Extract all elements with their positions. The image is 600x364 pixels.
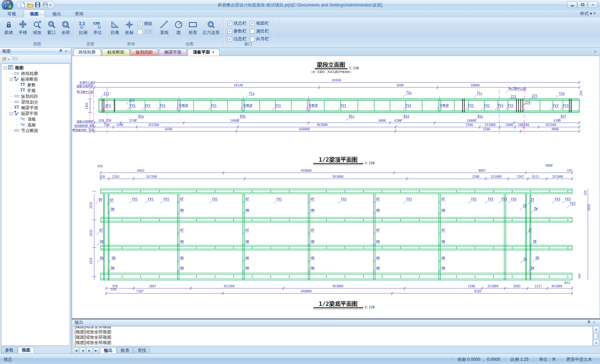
ribbon-group-label: 绘图 [156,41,224,47]
button-坐标[interactable]: 坐标 [122,19,136,36]
output-line: [视图]缩放全部视图 [73,326,592,329]
part-label: ZB [533,240,536,243]
button-窗口[interactable]: 窗口 [44,19,59,36]
dim-text: 2X1000 [552,175,563,178]
tree-item-纵肋间距[interactable]: 纵肋间距 [1,93,70,99]
tree-connector [10,102,13,102]
tree-item-梁段划分[interactable]: 梁段划分 [1,99,70,105]
ribbon-tab-输出[interactable]: 输出 [46,10,67,18]
tree-item-路线轮廓[interactable]: 路线轮廓 [1,71,70,76]
button-距离[interactable]: 距离 [108,19,122,36]
button-平移[interactable]: 平移 [16,19,30,36]
tree-item-参数[interactable]: 参数 [1,82,70,88]
dim-text: 43940 [332,79,341,82]
ribbon-tab-常规[interactable]: 常规 [1,10,22,18]
button-就绪[interactable]: 就绪 [1,19,16,36]
checkbox-box[interactable]: ✓ [228,29,232,34]
button-直线[interactable]: 直线 [157,19,171,36]
doc-tab-路线轮廓[interactable]: 路线轮廓 [73,49,101,56]
button-正六边形[interactable]: 正六边形 [200,19,222,36]
doc-tab-顶板平面[interactable]: 顶板平面× [188,49,220,56]
checkbox-box[interactable]: ✓ [228,21,232,26]
tree-item-节点断面[interactable]: 节点断面 [1,128,70,133]
checkbox-box[interactable] [138,30,142,34]
part-label: HW [376,208,380,212]
output-scrollbar[interactable]: ▲ ▼ [593,326,599,346]
dim-text: 2367 [517,175,524,178]
part-label: HT [441,197,445,201]
checkbox-label: 视图栏 [256,20,269,26]
output-log[interactable]: [视图]缩放全部视图[视图]缩放全部视图[视图]缩放全部视图[视图]缩放全部视图 [73,326,593,346]
maximize-button[interactable] [578,1,588,8]
dim-text: 2X1000 [485,123,496,127]
checkbox-box[interactable]: ✓ [250,21,255,26]
output-tab-检查[interactable]: 检查 [117,347,133,353]
output-line: [视图]缩放全部视图 [73,340,592,345]
part-label: N+2墩中心线 [509,87,526,90]
checkbox-视图栏[interactable]: ✓视图栏 [250,20,269,26]
drawing-title: 梁段立面图 [316,61,345,68]
close-icon[interactable]: × [63,49,69,53]
output-nav-button[interactable]: ◀ [80,348,86,353]
output-tab-输出[interactable]: 输出 [100,347,116,353]
dim-text: 4X8000 [301,289,312,293]
doc-tab-纵肋间距[interactable]: 纵肋间距 [130,49,158,56]
pin-icon[interactable] [586,320,591,325]
button-全部[interactable]: 全部 [59,19,73,36]
close-icon[interactable]: × [212,49,214,56]
style-dropdown[interactable]: 样式 ▾ ˄ [580,11,596,17]
checkbox-box[interactable] [250,29,255,34]
output-tab-查找[interactable]: 查找 [134,347,150,353]
minimize-button[interactable] [567,1,577,8]
tree-item-顶板[interactable]: 顶板 [1,116,70,122]
button-缩放[interactable]: 缩放 [30,19,44,36]
checkbox-box[interactable]: ✓ [228,37,232,41]
checkbox-属性栏[interactable]: 属性栏 [250,28,269,34]
doc-tab-标准断面[interactable]: 标准断面 [102,49,130,56]
hexagon-icon [206,20,216,29]
folder-icon[interactable] [12,56,18,61]
panel-tab-参数[interactable]: 参数 [1,347,18,353]
scroll-thumb[interactable] [594,333,599,339]
output-nav-button[interactable]: |◀ [73,348,79,353]
tree-item-底板[interactable]: 底板 [1,122,70,128]
doc-tab-钢梁平面[interactable]: 钢梁平面 [159,49,187,56]
ribbon-group-label: 视图 [0,41,74,47]
close-view-icon[interactable]: × [594,49,596,54]
panel-tab-视图[interactable]: 视图 [18,347,34,353]
button-单位[interactable]: cm单位 [90,19,105,36]
tree-item-视图[interactable]: −视图 [1,65,70,71]
tree-expander[interactable]: − [10,112,13,115]
close-button[interactable]: × [588,1,598,8]
dim-text: 200 [518,123,523,127]
part-label: B1a [138,115,144,118]
button-圆[interactable]: 圆 [171,19,186,36]
tree-item-常规[interactable]: 常规 [1,88,70,93]
tree-expander[interactable]: − [10,78,13,81]
checkbox-状态栏[interactable]: ✓状态栏 [228,20,246,26]
checkbox-label: 捕捉 [144,21,152,27]
close-icon[interactable]: × [591,320,597,324]
scroll-down-icon[interactable]: ▼ [594,340,599,346]
bar-icon [14,128,19,133]
ribbon-tab-查询[interactable]: 查询 [69,10,89,18]
button-比例[interactable]: 1:1比例 [76,19,90,36]
scroll-up-icon[interactable]: ▲ [594,327,599,332]
checkbox-参数栏[interactable]: ✓参数栏 [228,28,246,34]
output-nav-button[interactable]: ▶| [93,348,99,353]
checkbox-box[interactable]: ✓ [138,21,142,26]
tree-expander[interactable]: − [4,66,7,70]
tree-item-箱梁平面[interactable]: −箱梁平面 [1,111,70,116]
checkbox-box[interactable] [250,37,255,41]
output-nav-button[interactable]: ▶ [86,348,92,353]
pin-icon[interactable] [58,49,63,54]
tree-item-标准断面[interactable]: −标准断面 [1,76,70,82]
output-line: [视图]缩放全部视图 [73,329,592,335]
part-label: FV2 [484,104,490,107]
tree-item-钢梁平面[interactable]: 钢梁平面 [1,105,70,111]
group-brace-icon[interactable]: {8 ▾ [2,56,9,61]
checkbox-捕捉[interactable]: ✓捕捉 [138,21,152,27]
ribbon-tab-视图[interactable]: 视图 [24,10,45,17]
button-矩形[interactable]: 矩形 [186,19,200,36]
drawing-canvas[interactable]: 梁段立面图1:130(第一孔梁段，其余孔梁段平面相同)4394028140360… [72,56,600,319]
